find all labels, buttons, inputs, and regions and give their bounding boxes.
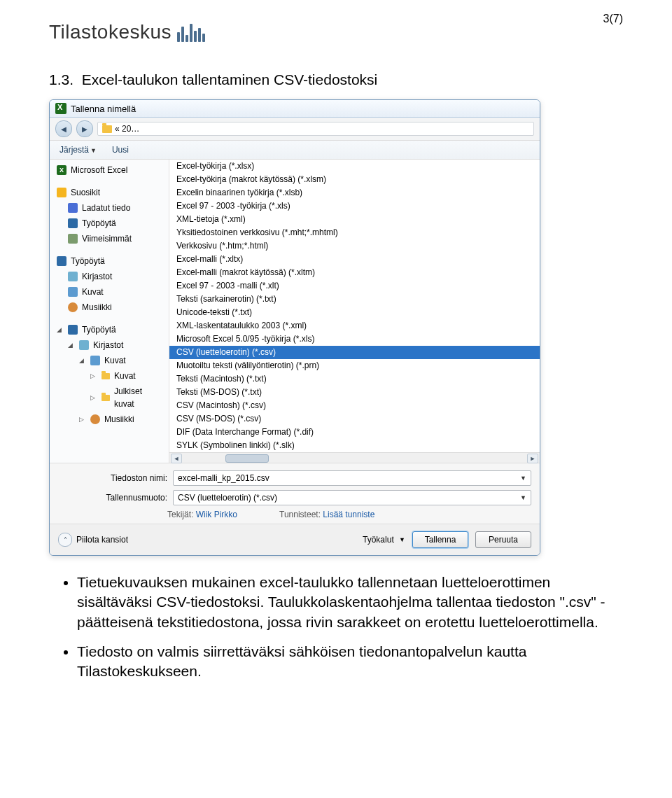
tree-desktop[interactable]: ◢Työpöytä xyxy=(50,322,169,337)
tree-public-pictures[interactable]: ▷Julkiset kuvat xyxy=(50,384,169,412)
folder-icon xyxy=(102,395,110,401)
dialog-toolbar: Järjestä▼ Uusi xyxy=(50,141,540,160)
list-item[interactable]: Excel 97 - 2003 -työkirja (*.xls) xyxy=(169,200,540,213)
list-item[interactable]: Verkkosivu (*.htm;*.html) xyxy=(169,239,540,253)
list-item: Tiedosto on valmis siirrettäväksi sähköi… xyxy=(77,642,623,682)
list-item[interactable]: Teksti (MS-DOS) (*.txt) xyxy=(169,386,540,399)
tags-value[interactable]: Lisää tunniste xyxy=(323,510,374,519)
tree-arrow-icon[interactable]: ▷ xyxy=(90,391,97,404)
sidebar-item-downloads[interactable]: Ladatut tiedo xyxy=(50,200,169,216)
list-item[interactable]: Excelin binaarinen työkirja (*.xlsb) xyxy=(169,186,540,200)
sidebar-item-libraries[interactable]: Kirjastot xyxy=(50,269,169,284)
sidebar: XMicrosoft Excel Suosikit Ladatut tiedo … xyxy=(50,160,169,463)
organize-button[interactable]: Järjestä▼ xyxy=(55,144,101,156)
list-item[interactable]: Excel 97 - 2003 -malli (*.xlt) xyxy=(169,279,540,293)
list-item[interactable]: Microsoft Excel 5.0/95 -työkirja (*.xls) xyxy=(169,332,540,346)
scroll-right-icon[interactable]: ► xyxy=(527,454,538,463)
folder-icon xyxy=(102,125,112,133)
cancel-button[interactable]: Peruuta xyxy=(475,531,531,548)
tree-pictures-sub[interactable]: ▷Kuvat xyxy=(50,368,169,384)
excel-icon: X xyxy=(57,165,66,175)
save-as-dialog: Tallenna nimellä ◄ ► « 20… Järjestä▼ Uus… xyxy=(49,99,540,556)
sidebar-item-recent[interactable]: Viimeisimmät xyxy=(50,231,169,246)
instructions-list: Tietuekuvauksen mukainen excel-taulukko … xyxy=(49,573,623,682)
dialog-navbar: ◄ ► « 20… xyxy=(50,118,540,141)
dialog-title: Tallenna nimellä xyxy=(71,104,136,114)
list-item[interactable]: Excel-työkirja (makrot käytössä) (*.xlsm… xyxy=(169,173,540,186)
filename-label: Tiedoston nimi: xyxy=(92,473,173,483)
list-item[interactable]: Excel-malli (makrot käytössä) (*.xltm) xyxy=(169,266,540,279)
file-type-dropdown-list[interactable]: Excel-työkirja (*.xlsx) Excel-työkirja (… xyxy=(169,160,540,463)
author-value[interactable]: Wiik Pirkko xyxy=(196,510,237,519)
chevron-up-icon[interactable]: ˄ xyxy=(58,533,72,547)
filetype-label: Tallennusmuoto: xyxy=(92,493,173,503)
tree-music[interactable]: ▷Musiikki xyxy=(50,412,169,427)
sidebar-item-desktop[interactable]: Työpöytä xyxy=(50,216,169,231)
dialog-footer: ˄ Piilota kansiot Työkalut ▼ Tallenna Pe… xyxy=(50,524,540,555)
tools-menu[interactable]: Työkalut ▼ xyxy=(363,535,405,545)
pictures-icon xyxy=(90,356,100,365)
filename-input[interactable]: excel-malli_kp_2015.csv▼ xyxy=(173,470,531,486)
sidebar-item-music[interactable]: Musiikki xyxy=(50,300,169,315)
list-item[interactable]: Excel-työkirja (*.xlsx) xyxy=(169,160,540,173)
desktop-icon xyxy=(68,218,78,228)
star-icon xyxy=(57,188,66,197)
breadcrumb[interactable]: « 20… xyxy=(97,122,534,136)
list-item[interactable]: CSV (Macintosh) (*.csv) xyxy=(169,399,540,412)
section-title: 1.3. Excel-taulukon tallentaminen CSV-ti… xyxy=(49,71,623,88)
pictures-icon xyxy=(68,287,78,297)
list-item: Tietuekuvauksen mukainen excel-taulukko … xyxy=(77,573,623,632)
chevron-down-icon[interactable]: ▼ xyxy=(520,494,526,501)
tree-libraries[interactable]: ◢Kirjastot xyxy=(50,337,169,353)
list-item[interactable]: XML-tietoja (*.xml) xyxy=(169,213,540,226)
hide-folders-link[interactable]: Piilota kansiot xyxy=(76,535,128,545)
new-folder-button[interactable]: Uusi xyxy=(108,144,133,156)
tree-arrow-icon[interactable]: ◢ xyxy=(57,323,64,336)
library-icon xyxy=(79,340,89,350)
downloads-icon xyxy=(68,203,78,213)
tags-label: Tunnisteet: xyxy=(279,510,321,519)
list-item[interactable]: Yksitiedostoinen verkkosivu (*.mht;*.mht… xyxy=(169,226,540,239)
dialog-fields: Tiedoston nimi: excel-malli_kp_2015.csv▼… xyxy=(50,463,540,524)
tree-arrow-icon[interactable]: ▷ xyxy=(79,413,86,426)
tree-arrow-icon[interactable]: ▷ xyxy=(90,370,97,382)
sidebar-item-pictures[interactable]: Kuvat xyxy=(50,284,169,300)
list-item-selected[interactable]: CSV (luetteloerotin) (*.csv) xyxy=(169,346,540,359)
folder-icon xyxy=(102,373,110,379)
nav-fwd-icon[interactable]: ► xyxy=(76,120,93,137)
music-icon xyxy=(90,414,100,424)
tree-arrow-icon[interactable]: ◢ xyxy=(68,339,75,351)
list-item[interactable]: Excel-malli (*.xltx) xyxy=(169,253,540,266)
recent-icon xyxy=(68,234,78,244)
tree-pictures[interactable]: ◢Kuvat xyxy=(50,353,169,368)
filetype-select[interactable]: CSV (luetteloerotin) (*.csv)▼ xyxy=(173,490,531,505)
sidebar-item-desktop2[interactable]: Työpöytä xyxy=(50,253,169,269)
sidebar-item-favorites[interactable]: Suosikit xyxy=(50,185,169,200)
excel-app-icon xyxy=(55,103,66,114)
logo-icon xyxy=(177,22,205,42)
list-item[interactable]: Unicode-teksti (*.txt) xyxy=(169,306,540,319)
author-label: Tekijät: xyxy=(167,510,193,519)
desktop-icon xyxy=(57,256,66,266)
horizontal-scrollbar[interactable]: ◄ ► xyxy=(169,452,540,463)
list-item[interactable]: Muotoiltu teksti (välilyöntierotin) (*.p… xyxy=(169,359,540,372)
logo-text: Tilastokeskus xyxy=(49,21,172,43)
list-item[interactable]: XML-laskentataulukko 2003 (*.xml) xyxy=(169,319,540,332)
tree-arrow-icon[interactable]: ◢ xyxy=(79,354,86,367)
logo-header: Tilastokeskus xyxy=(49,21,623,43)
nav-back-icon[interactable]: ◄ xyxy=(55,120,72,137)
list-item[interactable]: SYLK (Symbolinen linkki) (*.slk) xyxy=(169,439,540,452)
save-button[interactable]: Tallenna xyxy=(412,531,468,548)
list-item[interactable]: DIF (Data Interchange Format) (*.dif) xyxy=(169,426,540,439)
scroll-thumb[interactable] xyxy=(225,454,269,463)
scroll-left-icon[interactable]: ◄ xyxy=(171,454,182,463)
desktop-icon xyxy=(68,325,78,335)
chevron-down-icon[interactable]: ▼ xyxy=(520,475,526,482)
chevron-down-icon: ▼ xyxy=(399,536,405,543)
list-item[interactable]: CSV (MS-DOS) (*.csv) xyxy=(169,412,540,426)
dialog-titlebar: Tallenna nimellä xyxy=(50,100,540,118)
page-number: 3(7) xyxy=(603,13,623,25)
sidebar-item-excel[interactable]: XMicrosoft Excel xyxy=(50,162,169,178)
list-item[interactable]: Teksti (Macintosh) (*.txt) xyxy=(169,372,540,386)
list-item[interactable]: Teksti (sarkainerotin) (*.txt) xyxy=(169,293,540,306)
